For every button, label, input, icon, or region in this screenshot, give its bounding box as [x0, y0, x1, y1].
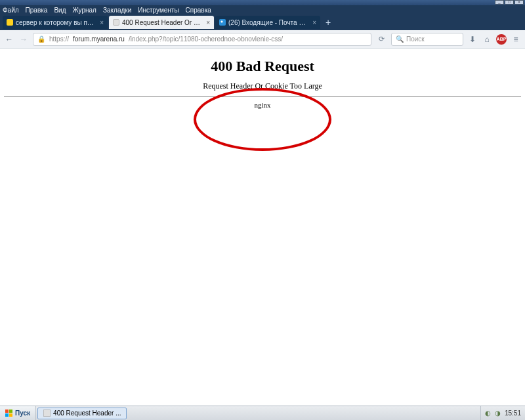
tab-title: (26) Входящие - Почта Mail... [228, 19, 310, 26]
menu-help[interactable]: Справка [186, 7, 211, 14]
error-server: nginx [0, 101, 525, 109]
search-icon: 🔍 [396, 35, 404, 43]
error-page: 400 Bad Request Request Header Or Cookie… [0, 49, 525, 109]
window-titlebar: _ □ × [0, 0, 525, 5]
url-scheme: https:// [49, 35, 69, 43]
tab-1[interactable]: сервер к которому вы пыта... × [3, 16, 108, 29]
tab-close-icon[interactable]: × [312, 19, 316, 26]
browser-tabstrip: сервер к которому вы пыта... × 400 Reque… [0, 14, 525, 30]
mailru-favicon [219, 19, 226, 26]
window-close-button[interactable]: × [514, 0, 524, 5]
menu-bookmarks[interactable]: Закладки [103, 7, 131, 14]
start-label: Пуск [15, 410, 30, 417]
divider [4, 96, 521, 97]
search-placeholder: Поиск [406, 35, 425, 43]
system-tray: ◐ ◑ 15:51 [480, 406, 525, 420]
taskbar-item-active[interactable]: 400 Request Header ... [37, 408, 127, 419]
menu-edit[interactable]: Правка [26, 7, 48, 14]
url-host: forum.myarena.ru [73, 35, 125, 43]
tab-close-icon[interactable]: × [100, 19, 104, 26]
page-favicon [113, 19, 119, 26]
error-title: 400 Bad Request [0, 58, 525, 75]
lock-icon: 🔒 [37, 35, 45, 43]
forward-button[interactable]: → [18, 34, 29, 45]
browser-toolbar: ← → 🔒 https://forum.myarena.ru/index.php… [0, 30, 525, 49]
window-maximize-button[interactable]: □ [505, 0, 514, 5]
start-button[interactable]: Пуск [0, 406, 36, 420]
new-tab-button[interactable]: + [322, 17, 335, 28]
windows-logo-icon [5, 410, 12, 417]
tray-network-icon[interactable]: ◑ [495, 410, 501, 417]
tray-shield-icon[interactable]: ◐ [485, 410, 491, 417]
reload-button[interactable]: ⟳ [375, 33, 387, 45]
downloads-button[interactable]: ⬇ [467, 34, 478, 45]
page-viewport: 400 Bad Request Request Header Or Cookie… [0, 49, 525, 406]
adblock-icon[interactable]: ABP [496, 34, 507, 45]
menu-file[interactable]: Файл [3, 7, 19, 14]
taskbar-item-label: 400 Request Header ... [53, 410, 121, 417]
tab-3[interactable]: (26) Входящие - Почта Mail... × [215, 16, 320, 29]
windows-taskbar: Пуск 400 Request Header ... ◐ ◑ 15:51 [0, 406, 525, 420]
window-minimize-button[interactable]: _ [495, 0, 504, 5]
error-message: Request Header Or Cookie Too Large [0, 81, 525, 91]
menu-view[interactable]: Вид [54, 7, 66, 14]
url-path: /index.php?/topic/11080-ocherednoe-obnov… [129, 35, 283, 43]
search-input[interactable]: 🔍 Поиск [391, 33, 463, 46]
browser-menubar: Файл Правка Вид Журнал Закладки Инструме… [0, 5, 525, 14]
yandex-favicon [7, 19, 13, 26]
tab-title: 400 Request Header Or Cooki... [122, 19, 203, 26]
menu-history[interactable]: Журнал [72, 7, 96, 14]
home-button[interactable]: ⌂ [482, 34, 492, 45]
hamburger-menu-button[interactable]: ≡ [511, 34, 521, 45]
taskbar-app-icon [43, 410, 51, 417]
taskbar-clock[interactable]: 15:51 [505, 410, 521, 417]
tab-close-icon[interactable]: × [206, 19, 210, 26]
tab-2-active[interactable]: 400 Request Header Or Cooki... × [109, 16, 214, 29]
address-bar[interactable]: 🔒 https://forum.myarena.ru/index.php?/to… [33, 33, 371, 46]
tab-title: сервер к которому вы пыта... [16, 19, 97, 26]
menu-tools[interactable]: Инструменты [138, 7, 178, 14]
back-button[interactable]: ← [4, 34, 14, 45]
